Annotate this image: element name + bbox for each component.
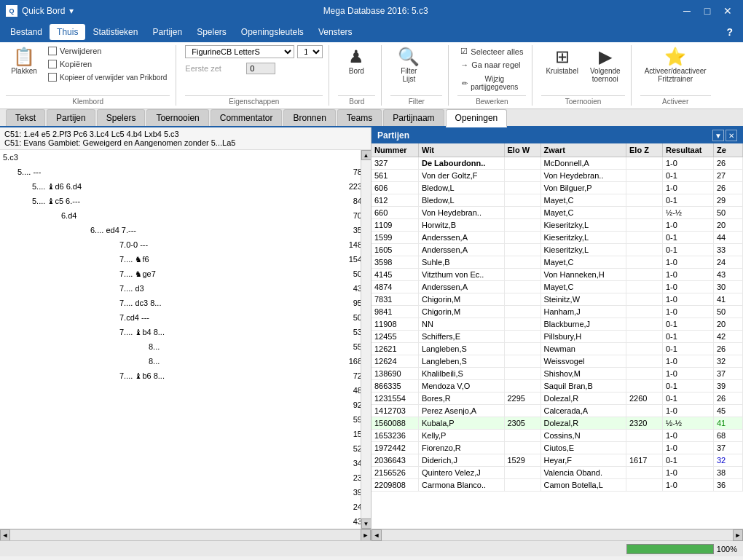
ribbon-btn-filter[interactable]: 🔍 FilterLijst — [390, 45, 427, 86]
tree-row[interactable]: 7.0-0 --- 148 — [0, 237, 371, 252]
menu-help[interactable]: ? — [719, 23, 740, 41]
tree-row[interactable]: 92 — [0, 398, 371, 412]
ribbon-btn-kruistabel[interactable]: ⊞ Kruistabel — [541, 45, 582, 78]
maximize-button[interactable]: □ — [698, 3, 717, 19]
panel-close-btn[interactable]: ✕ — [726, 130, 737, 141]
tree-row[interactable]: 7.... d3 43 — [0, 281, 371, 296]
h-scroll-track-right[interactable] — [382, 529, 733, 541]
game-row[interactable]: 4145 Vitzthum von Ec.. Von Hanneken,H 1-… — [372, 269, 743, 281]
game-row[interactable]: 11908 NN Blackburne,J 0-1 20 — [372, 318, 743, 331]
game-row[interactable]: 1560088 Kubala,P 2305 Dolezal,R 2320 ½-½… — [372, 417, 743, 430]
ribbon-btn-volgende-toernooi[interactable]: ▶ Volgendetoernooi — [586, 45, 625, 86]
tree-row[interactable]: 34 — [0, 456, 371, 470]
game-row[interactable]: 612 Bledow,L Mayet,C 0-1 29 — [372, 194, 743, 207]
game-row[interactable]: 2036643 Diderich,J 1529 Heyar,F 1617 0-1… — [372, 454, 743, 467]
scroll-down-btn[interactable]: ▼ — [361, 518, 372, 529]
game-row[interactable]: 3598 Suhle,B Mayet,C 1-0 24 — [372, 256, 743, 269]
menu-statistieken[interactable]: Statistieken — [85, 24, 145, 40]
tree-row[interactable]: 8... 55 — [0, 339, 371, 354]
tree-row[interactable]: 48 — [0, 383, 371, 398]
ribbon-btn-fritztrainer[interactable]: ⭐ Activeer/deactiveerFritztrainer — [640, 45, 711, 86]
tab-commentator[interactable]: Commentator — [211, 109, 283, 126]
tree-row[interactable]: 59 — [0, 412, 371, 427]
eerste-zet-input[interactable] — [246, 63, 275, 74]
game-row[interactable]: 1412703 Perez Asenjo,A Calcerada,A 1-0 4… — [372, 405, 743, 417]
kopieren-checkbox[interactable] — [48, 60, 57, 68]
tab-partijnaam[interactable]: Partijnaam — [383, 109, 444, 126]
h-scroll-left-btn2[interactable]: ◄ — [372, 529, 382, 541]
ribbon-btn-ga-naar-regel[interactable]: → Ga naar regel — [457, 59, 523, 71]
minimize-button[interactable]: ─ — [677, 3, 696, 19]
game-row[interactable]: 7831 Chigorin,M Steinitz,W 1-0 41 — [372, 293, 743, 306]
verwijderen-checkbox[interactable] — [48, 47, 57, 55]
menu-thuis[interactable]: Thuis — [50, 24, 85, 40]
game-row[interactable]: 9841 Chigorin,M Hanham,J 1-0 50 — [372, 306, 743, 318]
kopieer-prikbord-checkbox[interactable] — [48, 73, 57, 82]
close-button[interactable]: ✕ — [718, 3, 737, 19]
tree-row[interactable]: 15 — [0, 427, 371, 441]
game-row[interactable]: 12455 Schiffers,E Pillsbury,H 0-1 42 — [372, 331, 743, 343]
h-scroll-area-left[interactable]: ◄ ► — [0, 529, 371, 540]
game-row[interactable]: 1653236 Kelly,P Cossins,N 1-0 68 — [372, 430, 743, 442]
ribbon-btn-selecteer-alles[interactable]: ☑ Selecteer alles — [457, 45, 526, 58]
game-row[interactable]: 4874 Anderssen,A Mayet,C 1-0 30 — [372, 281, 743, 293]
ribbon-btn-plakken[interactable]: 📋 Plakken — [6, 45, 42, 78]
game-row[interactable]: 866335 Mendoza V,O Saquil Bran,B 0-1 39 — [372, 380, 743, 393]
ribbon-btn-bord[interactable]: ♟ Bord — [338, 45, 374, 78]
tab-openingen[interactable]: Openingen — [446, 109, 508, 127]
tab-partijen[interactable]: Partijen — [47, 109, 95, 126]
game-row[interactable]: 12624 Langleben,S Weissvogel 1-0 32 — [372, 355, 743, 368]
game-row[interactable]: 1599 Anderssen,A Kieseritzky,L 0-1 44 — [372, 232, 743, 244]
tab-tekst[interactable]: Tekst — [6, 109, 45, 126]
tree-row[interactable]: 5.c3 — [0, 150, 371, 165]
col-ze[interactable]: Ze — [714, 143, 743, 157]
game-row[interactable]: 1605 Anderssen,A Kieseritzky,L 0-1 33 — [372, 244, 743, 256]
tab-teams[interactable]: Teams — [337, 109, 382, 126]
col-wit[interactable]: Wit — [419, 143, 505, 157]
tree-row[interactable]: 6.d4 70 — [0, 208, 371, 223]
scroll-up-btn[interactable]: ▲ — [361, 150, 372, 160]
game-row[interactable]: 606 Bledow,L Von Bilguer,P 1-0 26 — [372, 182, 743, 194]
opening-tree[interactable]: 5.c3 5.... --- 78 5.... ♝d6 6.d4 223 5..… — [0, 150, 371, 529]
col-resultaat[interactable]: Resultaat — [663, 143, 714, 157]
tree-row[interactable]: 52 — [0, 441, 371, 456]
ribbon-btn-verwijderen[interactable]: Verwijderen — [45, 45, 170, 57]
tree-row[interactable]: 24 — [0, 500, 371, 514]
panel-pin-btn[interactable]: ▼ — [712, 130, 724, 141]
game-row[interactable]: 660 Von Heydebran.. Mayet,C ½-½ 50 — [372, 207, 743, 219]
h-scroll-track-left[interactable] — [10, 529, 361, 541]
h-scroll-left-btn[interactable]: ◄ — [0, 529, 10, 541]
game-row[interactable]: 1231554 Bores,R 2295 Dolezal,R 2260 0-1 … — [372, 393, 743, 405]
game-row[interactable]: 1109 Horwitz,B Kieseritzky,L 1-0 20 — [372, 219, 743, 232]
h-scroll-right-btn[interactable]: ► — [361, 529, 371, 541]
game-row[interactable]: 1972442 Fiorenzo,R Ciutos,E 1-0 37 — [372, 442, 743, 454]
tree-row[interactable]: 7.... ♝b4 8... 53 — [0, 325, 371, 339]
game-row[interactable]: 2209808 Carmona Blanco.. Camon Botella,L… — [372, 479, 743, 492]
h-scroll-right-btn2[interactable]: ► — [733, 529, 743, 541]
tab-bronnen[interactable]: Bronnen — [283, 109, 335, 126]
tree-row[interactable]: 7.... ♝b6 8... 72 — [0, 368, 371, 383]
h-scroll-area-right[interactable]: ◄ ► — [372, 529, 743, 540]
tree-row[interactable]: 6.... ed4 7.--- 35 — [0, 223, 371, 237]
menu-openingsleutels[interactable]: Openingsleutels — [234, 24, 311, 40]
game-row[interactable]: 12621 Langleben,S Newman 0-1 26 — [372, 343, 743, 355]
ribbon-btn-kopieren[interactable]: Kopiëren — [45, 58, 170, 70]
col-elow[interactable]: Elo W — [505, 143, 541, 157]
tree-row[interactable]: 5.... ♝d6 6.d4 223 — [0, 179, 371, 194]
game-list[interactable]: 327 De Labourdonn.. McDonnell,A 1-0 26 5… — [372, 157, 743, 529]
ribbon-btn-wijzig-partijgegevens[interactable]: ✏ Wijzigpartijgegevens — [457, 72, 522, 94]
tree-row[interactable]: 5.... --- 78 — [0, 165, 371, 179]
game-row[interactable]: 327 De Labourdonn.. McDonnell,A 1-0 26 — [372, 157, 743, 170]
tree-row[interactable]: 7.... ♞ge7 50 — [0, 267, 371, 281]
tree-row[interactable]: 39 — [0, 485, 371, 500]
col-nummer[interactable]: Nummer — [372, 143, 419, 157]
game-row[interactable]: 138690 Khalilbeili,S Shishov,M 1-0 37 — [372, 368, 743, 380]
vertical-scrollbar[interactable]: ▲ ▼ — [361, 150, 371, 529]
figuring-select[interactable]: FigurineCB LetterS — [185, 45, 294, 58]
menu-partijen[interactable]: Partijen — [145, 24, 189, 40]
game-row[interactable]: 2156526 Quintero Velez,J Valencia Oband.… — [372, 467, 743, 479]
col-zwart[interactable]: Zwart — [541, 143, 627, 157]
tree-row[interactable]: 43 — [0, 514, 371, 529]
size-select[interactable]: 15 — [297, 45, 323, 58]
tree-row[interactable]: 7.... dc3 8... 95 — [0, 296, 371, 310]
